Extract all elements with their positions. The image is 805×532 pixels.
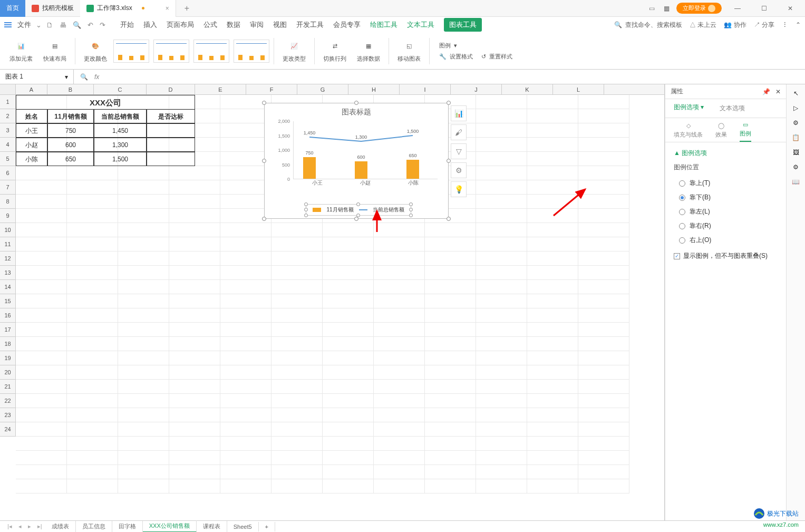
row-header[interactable]: 9 (0, 209, 16, 223)
row-header[interactable]: 12 (0, 252, 16, 266)
col-header[interactable]: H (348, 84, 400, 94)
collab-button[interactable]: 👥 协作 (724, 21, 746, 30)
col-header[interactable]: A (16, 84, 47, 94)
share-button[interactable]: ↗ 分享 (754, 21, 774, 30)
resize-handle[interactable] (409, 214, 413, 217)
legend-dropdown[interactable]: 图例 ▾ (439, 42, 512, 50)
chart-style-3[interactable] (193, 40, 229, 63)
chart-style-1[interactable] (113, 40, 149, 63)
quick-layout-button[interactable]: ▤ 快速布局 (39, 39, 71, 63)
resize-handle[interactable] (447, 159, 451, 163)
close-window-button[interactable]: ✕ (780, 0, 801, 17)
save-icon[interactable]: 🗋 (46, 21, 53, 29)
chart-style-2[interactable] (153, 40, 189, 63)
col-header[interactable]: L (553, 84, 604, 94)
chart-title[interactable]: 图表标题 (265, 103, 448, 121)
resize-handle[interactable] (356, 202, 360, 206)
close-tab-icon[interactable]: × (166, 5, 169, 12)
row-header[interactable]: 5 (0, 152, 16, 166)
select-data-button[interactable]: ▦ 选择数据 (353, 39, 384, 63)
row-header[interactable]: 15 (0, 294, 16, 308)
add-element-button[interactable]: 📊 添加元素 (5, 39, 37, 63)
sheet-nav-last[interactable]: ▸| (34, 523, 45, 530)
more-icon[interactable]: ︙ (782, 21, 788, 28)
col-header[interactable]: D (147, 84, 195, 94)
chart-filter-button[interactable]: ▽ (451, 143, 467, 159)
preview-icon[interactable]: 🔍 (73, 21, 81, 29)
fx-icon[interactable]: fx (94, 73, 99, 81)
resize-handle[interactable] (262, 101, 266, 105)
menu-icon[interactable] (4, 22, 12, 27)
print-icon[interactable]: 🖶 (60, 21, 66, 29)
row-header[interactable]: 3 (0, 123, 16, 138)
tab-review[interactable]: 审阅 (250, 18, 264, 32)
add-tab-button[interactable]: + (176, 4, 198, 13)
chart-elements-button[interactable]: 📊 (451, 105, 467, 121)
select-icon[interactable]: ↖ (793, 90, 799, 97)
cloud-status[interactable]: △ 未上云 (690, 21, 716, 30)
sheet-tab[interactable]: Sheet5 (227, 522, 259, 531)
chart-settings-button[interactable]: ⚙ (451, 162, 467, 178)
sheet-tab[interactable]: 课程表 (197, 521, 227, 532)
zoom-icon[interactable]: 🔍 (80, 73, 88, 81)
reset-style-button[interactable]: ↺ 重置样式 (481, 53, 512, 61)
undo-icon[interactable]: ↶ (88, 21, 93, 29)
tab-text-tools[interactable]: 文本工具 (407, 18, 434, 32)
plot-area[interactable]: 750 600 650 1,450 1,300 1,500 (293, 121, 438, 179)
resize-handle[interactable] (262, 217, 266, 221)
row-header[interactable]: 7 (0, 180, 16, 195)
sheet-nav-next[interactable]: ▸ (25, 523, 34, 530)
resize-handle[interactable] (409, 208, 413, 211)
book-icon[interactable]: 📖 (792, 178, 800, 186)
tab-layout[interactable]: 页面布局 (167, 18, 194, 32)
tab-insert[interactable]: 插入 (143, 18, 157, 32)
sheet-area[interactable]: A B C D E F G H I J K L 1 2 3 4 5 6 7 8 … (0, 84, 665, 520)
col-header[interactable]: C (94, 84, 147, 94)
settings-icon[interactable]: ⚙ (793, 119, 799, 127)
minimize-button[interactable]: — (727, 0, 748, 17)
row-header[interactable]: 16 (0, 308, 16, 323)
select-all-corner[interactable] (0, 84, 16, 94)
col-header[interactable]: G (297, 84, 348, 94)
row-header[interactable]: 18 (0, 337, 16, 351)
tab-home[interactable]: 首页 (0, 0, 25, 17)
collapse-ribbon-icon[interactable]: ⌃ (796, 21, 801, 28)
resize-handle[interactable] (304, 214, 308, 217)
resize-handle[interactable] (304, 208, 308, 211)
row-header[interactable]: 24 (0, 422, 16, 437)
cell-grid[interactable]: XXX公司 姓名 11月销售额 当前总销售额 是否达标 小王 750 1,450 (16, 95, 664, 437)
row-header[interactable]: 2 (0, 109, 16, 123)
subtab-fill[interactable]: ◇填充与线条 (674, 122, 703, 142)
tab-chart-tools[interactable]: 图表工具 (444, 18, 482, 32)
close-panel-icon[interactable]: ✕ (775, 88, 781, 95)
add-sheet-button[interactable]: + (259, 522, 275, 531)
tab-view[interactable]: 视图 (273, 18, 287, 32)
sheet-nav-prev[interactable]: ◂ (15, 523, 25, 530)
change-color-button[interactable]: 🎨 更改颜色 (80, 39, 111, 63)
pointer-icon[interactable]: ▷ (793, 104, 798, 112)
row-header[interactable]: 21 (0, 380, 16, 394)
resize-handle[interactable] (409, 202, 413, 206)
checkbox-no-overlap[interactable]: ✓显示图例，但不与图表重叠(S) (674, 247, 778, 265)
sheet-tab[interactable]: 员工信息 (76, 521, 112, 532)
sheet-tab[interactable]: 成绩表 (45, 521, 76, 532)
resize-handle[interactable] (447, 101, 451, 105)
resize-handle[interactable] (304, 202, 308, 206)
col-header[interactable]: F (246, 84, 297, 94)
switch-rowcol-button[interactable]: ⇄ 切换行列 (319, 39, 351, 63)
chart-style-4[interactable] (234, 40, 269, 63)
set-format-button[interactable]: 🔧 设置格式 (439, 53, 473, 61)
col-header[interactable]: I (400, 84, 451, 94)
row-header[interactable]: 8 (0, 195, 16, 209)
row-header[interactable]: 22 (0, 394, 16, 408)
resize-handle[interactable] (354, 101, 358, 105)
resize-handle[interactable] (354, 217, 358, 221)
move-chart-button[interactable]: ◱ 移动图表 (393, 39, 425, 63)
radio-topright[interactable]: 右上(O) (674, 233, 778, 247)
line-series[interactable] (294, 121, 438, 179)
pin-icon[interactable]: 📌 (762, 88, 770, 95)
chart-styles-button[interactable]: 🖌 (451, 124, 467, 140)
row-header[interactable]: 20 (0, 365, 16, 380)
radio-right[interactable]: 靠右(R) (674, 219, 778, 233)
row-header[interactable]: 11 (0, 237, 16, 252)
